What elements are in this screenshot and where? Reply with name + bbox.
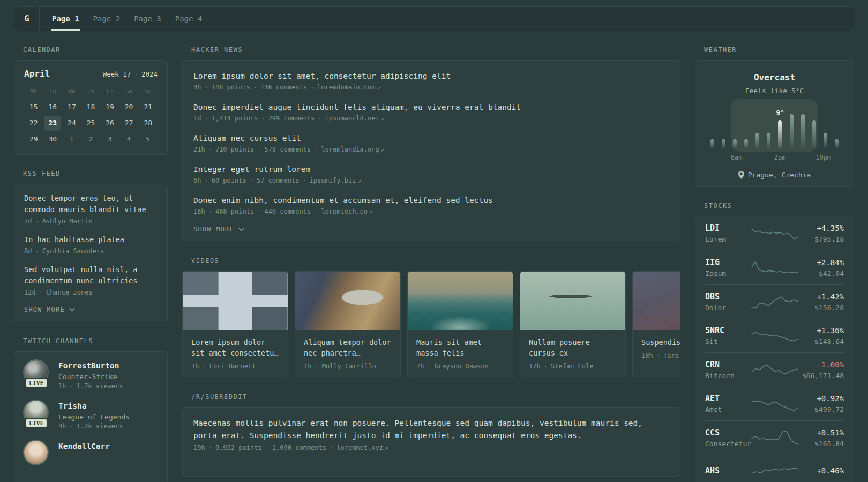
hn-item-title[interactable]: Donec enim nibh, condimentum et accumsan…: [193, 194, 669, 206]
stock-price: $156.28: [799, 304, 844, 312]
hn-item-title[interactable]: Lorem ipsum dolor sit amet, consectetur …: [193, 70, 669, 82]
hn-item-domain-link[interactable]: loremdomain.com↗: [317, 84, 380, 91]
stock-row[interactable]: LDI Lorem +4.35% $795.18: [705, 216, 844, 251]
weather-tick-label: 10pm: [815, 154, 831, 161]
video-title[interactable]: Suspendisse diam: [641, 337, 680, 348]
subreddit-widget: Maecenas mollis pulvinar erat non posuer…: [182, 407, 680, 477]
weather-bar: [767, 133, 770, 148]
calendar-day: 30: [44, 132, 61, 147]
rss-show-more-button[interactable]: SHOW MORE: [24, 306, 75, 313]
hn-item: Donec imperdiet augue tincidunt felis al…: [193, 101, 669, 122]
hn-item-title[interactable]: Aliquam nec cursus elit: [193, 132, 669, 144]
rss-item-title[interactable]: Sed volutpat nulla nisl, a condimentum n…: [24, 264, 158, 287]
twitch-widget: LIVE ForrestBurton Counter-Strike 1h·1.7…: [14, 351, 168, 482]
hn-item-meta: 1d·1,414 points·299 comments·ipsumworld.…: [193, 115, 669, 122]
chevron-down-icon: [69, 308, 75, 312]
weather-bar: [790, 114, 794, 148]
twitch-channel-meta: 3h·1.2k viewers: [58, 423, 130, 430]
stock-symbol: AET: [705, 394, 750, 404]
tab-page-3[interactable]: Page 3: [134, 7, 161, 31]
app-logo[interactable]: G: [14, 7, 40, 31]
stocks-section-title: STOCKS: [695, 202, 854, 209]
calendar-week-year: Week 17·2024: [103, 70, 158, 78]
external-link-icon: ↗: [357, 177, 361, 184]
stock-price: $66,171.48: [799, 372, 844, 380]
hn-show-more-button[interactable]: SHOW MORE: [193, 225, 244, 233]
subreddit-domain-link[interactable]: loremnet.xyz↗: [336, 444, 388, 451]
video-thumbnail[interactable]: [633, 272, 680, 330]
video-title[interactable]: Lorem ipsum dolor sit amet consectetu…: [191, 337, 279, 358]
weather-section-title: WEATHER: [695, 46, 854, 54]
calendar-weekday: Mo: [24, 86, 43, 99]
video-thumbnail[interactable]: [183, 272, 288, 330]
hn-item-title[interactable]: Integer eget rutrum lorem: [193, 163, 669, 175]
stock-row[interactable]: DBS Dolor +1.42% $156.28: [705, 284, 844, 319]
stock-row[interactable]: IIG Ipsum +2.84% $42.04: [705, 251, 844, 285]
videos-carousel: Lorem ipsum dolor sit amet consectetu… 1…: [182, 271, 680, 378]
live-badge: LIVE: [24, 378, 48, 388]
stock-name: Lorem: [705, 235, 750, 243]
stock-sparkline: [750, 360, 799, 379]
rss-item: Sed volutpat nulla nisl, a condimentum n…: [24, 264, 158, 296]
twitch-channel-row[interactable]: KendallCarr: [24, 441, 158, 464]
calendar-weekday: We: [62, 86, 81, 99]
twitch-channel-row[interactable]: LIVE ForrestBurton Counter-Strike 1h·1.7…: [24, 360, 158, 390]
calendar-weekday: Tu: [43, 86, 63, 99]
rss-item-title[interactable]: Donec tempor eros leo, ut commodo mauris…: [24, 193, 158, 215]
video-card[interactable]: Lorem ipsum dolor sit amet consectetu… 1…: [182, 271, 288, 378]
hn-item-meta: 16h·468 points·440 comments·loremtech.co…: [193, 208, 669, 215]
hn-item-domain-link[interactable]: ipsumify.biz↗: [310, 177, 361, 184]
hn-item-domain-link[interactable]: loremlandia.org↗: [321, 146, 384, 153]
stock-row[interactable]: AET Amet +0.92% $499.72: [705, 387, 844, 421]
stock-row[interactable]: CCS Consectetur +0.51% $165.84: [705, 420, 844, 455]
video-card[interactable]: Mauris sit amet massa felis 7h·Grayson D…: [407, 271, 513, 378]
twitch-channel-row[interactable]: LIVE Trisha League of Legends 3h·1.2k vi…: [24, 401, 158, 430]
video-thumbnail[interactable]: [408, 272, 513, 330]
calendar-day: 16: [44, 100, 61, 115]
video-meta: 18h·Tara: [641, 352, 680, 359]
calendar-day: 2: [82, 132, 99, 147]
tab-page-1[interactable]: Page 1: [52, 7, 79, 31]
twitch-channel-name[interactable]: ForrestBurton: [58, 362, 119, 370]
hn-item-domain-link[interactable]: ipsumworld.net↗: [325, 115, 385, 122]
video-title[interactable]: Nullam posuere cursus ex: [529, 337, 617, 358]
stock-row[interactable]: SNRC Sit +1.36% $148.64: [705, 319, 844, 353]
subreddit-post-title[interactable]: Maecenas mollis pulvinar erat non posuer…: [193, 417, 654, 442]
tab-page-4[interactable]: Page 4: [175, 7, 203, 31]
video-thumbnail[interactable]: [295, 272, 400, 330]
subreddit-post: Maecenas mollis pulvinar erat non posuer…: [193, 417, 669, 451]
weather-widget: Overcast Feels like 5°C 9° 6am2pm10pm Pr…: [695, 60, 854, 187]
weather-bar: [801, 114, 805, 148]
top-bar: G Page 1 Page 2 Page 3 Page 4: [14, 6, 854, 31]
twitch-channel-name[interactable]: KendallCarr: [58, 442, 110, 450]
avatar[interactable]: [24, 441, 48, 464]
hn-item-domain-link[interactable]: loremtech.co↗: [321, 208, 372, 215]
weather-bar: [710, 139, 714, 148]
stock-price: $165.84: [799, 440, 844, 448]
rss-item-time: 8d: [24, 247, 32, 255]
video-card[interactable]: Nullam posuere cursus ex 17h·Stefan Cole: [520, 271, 626, 378]
rss-item-title[interactable]: In hac habitasse platea: [24, 234, 158, 245]
tab-page-2[interactable]: Page 2: [93, 7, 121, 31]
weather-tick-label: 6am: [731, 154, 743, 161]
calendar-month: April: [24, 69, 50, 79]
subreddit-section-title: /R/SUBREDDIT: [182, 393, 680, 401]
calendar-weekday: Su: [138, 86, 158, 99]
stock-row[interactable]: CRN Bitcorn -1.00% $66,171.48: [705, 352, 844, 387]
videos-section-title: VIDEOS: [182, 257, 680, 265]
video-title[interactable]: Mauris sit amet massa felis: [416, 337, 504, 358]
calendar-day: 21: [139, 100, 156, 115]
calendar-grid: MoTuWeThFrSaSu15161718192021222324252627…: [24, 86, 158, 147]
stock-row[interactable]: AHS +0.46%: [705, 455, 844, 482]
twitch-channel-game: League of Legends: [58, 413, 130, 421]
twitch-channel-name[interactable]: Trisha: [58, 402, 86, 410]
stock-sparkline: [750, 462, 799, 481]
hn-item-title[interactable]: Donec imperdiet augue tincidunt felis al…: [193, 101, 669, 113]
video-card[interactable]: Suspendisse diam 18h·Tara: [632, 271, 680, 378]
video-title[interactable]: Aliquam tempor dolor nec pharetra…: [304, 337, 392, 358]
hn-item-meta: 6h·60 points·57 comments·ipsumify.biz↗: [193, 177, 669, 184]
video-card[interactable]: Aliquam tempor dolor nec pharetra… 1h·Mo…: [295, 271, 401, 378]
video-thumbnail[interactable]: [520, 272, 625, 330]
calendar-day: 26: [101, 116, 118, 131]
stocks-widget: LDI Lorem +4.35% $795.18 IIG Ipsum: [695, 216, 854, 482]
